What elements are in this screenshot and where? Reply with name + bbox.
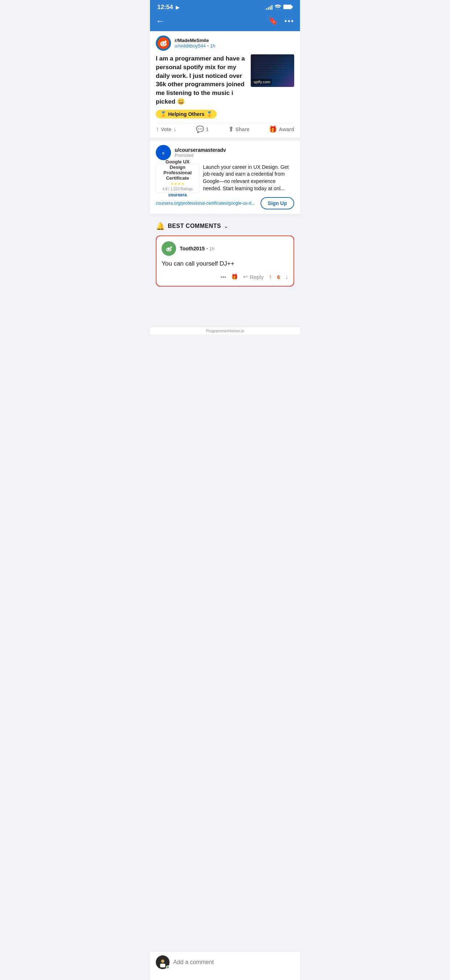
reply-label: Reply xyxy=(250,274,263,280)
more-dots-icon: ••• xyxy=(221,274,226,280)
bookmark-button[interactable]: 🔖 xyxy=(268,16,278,26)
svg-rect-1 xyxy=(292,6,293,8)
svg-point-7 xyxy=(162,43,162,44)
post-content: I am a programmer and have a personal sp… xyxy=(156,54,294,106)
ad-coursera-logo: coursera xyxy=(169,192,187,197)
svg-point-15 xyxy=(167,249,168,250)
status-bar: 12:54 ▶ xyxy=(150,0,300,13)
add-award-button[interactable]: 🎁 xyxy=(231,274,238,280)
section-divider-2 xyxy=(150,214,300,216)
wifi-icon xyxy=(275,4,281,11)
post-header: r/MadeMeSmile u/redditboy544 • 1h xyxy=(156,35,294,51)
location-icon: ▶ xyxy=(176,5,179,10)
battery-icon xyxy=(283,4,293,11)
comment-count: 1 xyxy=(206,126,209,132)
comment-vote-count: 6 xyxy=(277,274,280,280)
ad-rating: 4.8 | 1,310 Ratings xyxy=(162,187,193,191)
back-button[interactable]: ← xyxy=(156,16,164,26)
gift-icon: 🎁 xyxy=(231,274,238,280)
subreddit-info: r/MadeMeSmile u/redditboy544 • 1h xyxy=(175,38,215,49)
signal-bars-icon xyxy=(266,5,272,10)
watermark: ProgrammerHumor.io xyxy=(150,327,300,334)
ad-content: Google UX DesignProfessional Certificate… xyxy=(156,164,294,193)
comments-section: 🔔 BEST COMMENTS ⌄ Too xyxy=(150,216,300,286)
ad-course-title: Google UX DesignProfessional Certificate xyxy=(158,159,197,181)
award-emoji-left: 🏅 xyxy=(160,111,166,117)
award-emoji-right: 🏅 xyxy=(206,111,212,117)
vote-button[interactable]: ↑ Vote ↓ xyxy=(156,125,177,133)
ad-description: Launch your career in UX Design. Get job… xyxy=(203,164,294,193)
best-comments-header: 🔔 BEST COMMENTS ⌄ xyxy=(156,222,294,231)
best-comments-label: BEST COMMENTS xyxy=(168,223,221,229)
bottom-spacer xyxy=(150,291,300,327)
ad-stars: ★★★★ xyxy=(170,181,185,186)
award-label: Helping Others xyxy=(168,111,204,117)
thumbnail-url: sptfy.com xyxy=(252,79,272,85)
comment-avatar xyxy=(162,241,176,256)
svg-text:c: c xyxy=(162,150,164,155)
promoted-label: Promoted xyxy=(175,153,226,158)
award-button[interactable]: 🎁 Award xyxy=(269,125,294,133)
upvote-comment-button[interactable]: ↑ xyxy=(269,273,272,281)
comment-actions: ••• 🎁 ↩ Reply ↑ 6 ↓ xyxy=(162,273,288,281)
section-divider xyxy=(150,138,300,140)
vote-label: Vote xyxy=(161,126,172,132)
ad-url[interactable]: coursera.org/professional-certificates/g… xyxy=(156,201,257,206)
comment-icon: 💬 xyxy=(196,125,204,133)
post-actions: ↑ Vote ↓ 💬 1 ⬆ Share 🎁 Award xyxy=(156,123,294,133)
ad-header: c u/courseramasteradv Promoted xyxy=(156,145,294,160)
post-card: r/MadeMeSmile u/redditboy544 • 1h I am a… xyxy=(150,31,300,138)
comment-body: You can call yourself DJ++ xyxy=(162,259,288,268)
post-username[interactable]: u/redditboy544 xyxy=(175,43,206,49)
advertiser-avatar: c xyxy=(156,145,171,160)
ad-footer: coursera.org/professional-certificates/g… xyxy=(156,197,294,209)
bell-icon: 🔔 xyxy=(156,222,165,231)
subreddit-name[interactable]: r/MadeMeSmile xyxy=(175,38,215,43)
share-button[interactable]: ⬆ Share xyxy=(228,125,250,133)
nav-bar: ← 🔖 ••• xyxy=(150,13,300,31)
ad-card: c u/courseramasteradv Promoted Google UX… xyxy=(150,140,300,214)
status-time: 12:54 ▶ xyxy=(157,4,179,11)
comment-button[interactable]: 💬 1 xyxy=(196,125,209,133)
reply-button[interactable]: ↩ Reply xyxy=(243,274,263,280)
post-title: I am a programmer and have a personal sp… xyxy=(156,54,247,106)
chevron-down-icon[interactable]: ⌄ xyxy=(224,223,228,229)
upvote-icon[interactable]: ↑ xyxy=(156,125,159,133)
upvote-arrow-icon: ↑ xyxy=(269,273,272,281)
ad-image[interactable]: Google UX DesignProfessional Certificate… xyxy=(156,164,199,193)
share-icon: ⬆ xyxy=(228,125,234,133)
svg-rect-0 xyxy=(283,5,291,9)
downvote-arrow-icon: ↓ xyxy=(285,273,288,281)
downvote-icon[interactable]: ↓ xyxy=(173,125,177,133)
comment-card: Tooth2015 • 1h You can call yourself DJ+… xyxy=(156,235,294,286)
downvote-comment-button[interactable]: ↓ xyxy=(285,273,288,281)
share-label: Share xyxy=(235,126,250,132)
award-tag: 🏅 Helping Others 🏅 xyxy=(156,110,217,118)
signup-button[interactable]: Sign Up xyxy=(261,197,294,209)
post-thumbnail[interactable]: sptfy.com xyxy=(251,54,294,87)
subreddit-avatar xyxy=(156,35,171,51)
svg-point-8 xyxy=(164,43,165,44)
user-time: u/redditboy544 • 1h xyxy=(175,43,215,49)
award-action-label: Award xyxy=(278,126,294,132)
post-time: 1h xyxy=(210,43,215,49)
comment-user-info: Tooth2015 • 1h xyxy=(180,245,215,252)
advertiser-info: u/courseramasteradv Promoted xyxy=(175,147,226,158)
comment-time: • 1h xyxy=(206,246,215,251)
more-options-button[interactable]: ••• xyxy=(285,17,294,25)
status-right xyxy=(266,4,293,11)
advertiser-name[interactable]: u/courseramasteradv xyxy=(175,147,226,153)
nav-actions: 🔖 ••• xyxy=(268,16,294,26)
reply-icon: ↩ xyxy=(243,274,248,280)
comment-username[interactable]: Tooth2015 xyxy=(180,246,205,251)
svg-point-16 xyxy=(170,249,171,250)
comment-header: Tooth2015 • 1h xyxy=(162,241,288,256)
comment-more-button[interactable]: ••• xyxy=(221,274,226,280)
award-icon: 🎁 xyxy=(269,125,277,133)
